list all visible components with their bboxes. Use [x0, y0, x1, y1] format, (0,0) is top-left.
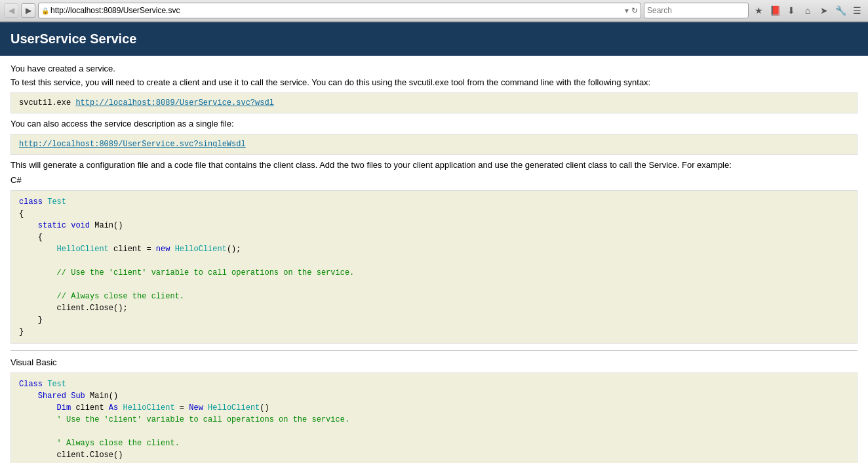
- tools-icon[interactable]: 🔧: [833, 3, 848, 18]
- refresh-button[interactable]: ↻: [631, 6, 638, 15]
- dropdown-icon[interactable]: ▼: [623, 7, 630, 14]
- address-bar-wrap: 🔒 ▼ ↻: [38, 3, 641, 18]
- toolbar-icons: ★ 📕 ⬇ ⌂ ➤ 🔧 ☰: [751, 3, 864, 18]
- csharp-label: C#: [10, 175, 858, 185]
- vb-label: Visual Basic: [10, 357, 858, 367]
- menu-icon[interactable]: ☰: [850, 3, 864, 18]
- single-file-text: You can also access the service descript…: [10, 119, 858, 129]
- back-button[interactable]: ◀: [4, 3, 18, 18]
- vb-section: Visual Basic Class Test Shared Sub Main(…: [10, 357, 858, 463]
- page-title: UserService Service: [10, 31, 136, 46]
- intro-paragraph-2: To test this service, you will need to c…: [10, 77, 858, 87]
- browser-chrome: ◀ ▶ 🔒 ▼ ↻ ★ 📕 ⬇ ⌂ ➤ 🔧 ☰: [0, 0, 868, 22]
- send-icon[interactable]: ➤: [817, 3, 831, 18]
- browser-toolbar: ◀ ▶ 🔒 ▼ ↻ ★ 📕 ⬇ ⌂ ➤ 🔧 ☰: [0, 0, 868, 22]
- vb-code-block: Class Test Shared Sub Main() Dim client …: [10, 372, 858, 463]
- content-area: You have created a service. To test this…: [0, 56, 868, 463]
- intro-paragraph-1: You have created a service.: [10, 64, 858, 73]
- download-icon[interactable]: ⬇: [784, 3, 799, 18]
- wsdl-command-block: svcutil.exe http://localhost:8089/UserSe…: [10, 92, 858, 113]
- home-icon[interactable]: ⌂: [800, 3, 815, 18]
- bookmarks-icon[interactable]: 📕: [768, 3, 782, 18]
- page-header: UserService Service: [0, 22, 868, 56]
- search-wrap: [644, 3, 749, 18]
- section-divider: [10, 350, 858, 351]
- search-input[interactable]: [647, 6, 745, 15]
- address-lock-icon: 🔒: [41, 7, 49, 14]
- address-bar[interactable]: [50, 6, 622, 15]
- single-wsdl-block: http://localhost:8089/UserService.svc?si…: [10, 134, 858, 155]
- svcutil-label: svcutil.exe: [19, 98, 75, 108]
- single-wsdl-link[interactable]: http://localhost:8089/UserService.svc?si…: [19, 140, 246, 149]
- csharp-code-block: class Test { static void Main() { HelloC…: [10, 190, 858, 344]
- forward-button[interactable]: ▶: [21, 3, 35, 18]
- wsdl-link[interactable]: http://localhost:8089/UserService.svc?ws…: [75, 98, 273, 108]
- generate-text: This will generate a configuration file …: [10, 160, 858, 170]
- bookmark-star-icon[interactable]: ★: [751, 3, 766, 18]
